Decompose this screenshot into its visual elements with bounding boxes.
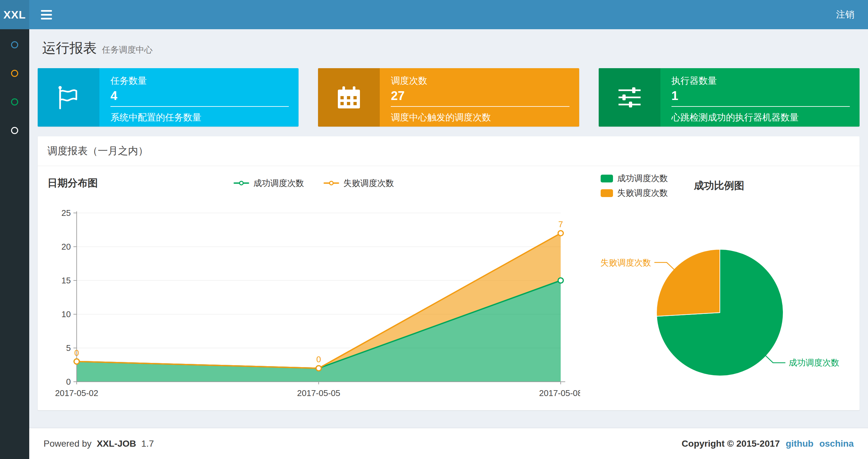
- info-box-value: 4: [111, 89, 289, 103]
- sidebar-item-1 circle-icon[interactable]: [11, 41, 18, 48]
- svg-text:5: 5: [66, 343, 71, 353]
- version-text: 1.7: [141, 438, 154, 449]
- page-header: 运行报表 任务调度中心: [38, 29, 860, 57]
- info-box-value: 1: [672, 89, 850, 103]
- line-marker-icon: [323, 183, 339, 184]
- hamburger-icon: [41, 10, 52, 12]
- legend-item-success[interactable]: 成功调度次数: [234, 177, 304, 189]
- svg-text:2017-05-05: 2017-05-05: [297, 388, 340, 398]
- github-link[interactable]: github: [786, 438, 814, 449]
- ring-icon: [329, 181, 334, 185]
- date-distribution-chart: 日期分布图 成功调度次数 失败调度次数: [48, 173, 580, 402]
- info-box-content: 调度次数 27 调度中心触发的调度次数: [380, 68, 579, 127]
- info-box-divider: [111, 106, 289, 107]
- oschina-link[interactable]: oschina: [819, 438, 854, 449]
- main-footer: Powered by XXL-JOB 1.7 Copyright © 2015-…: [29, 428, 868, 459]
- sidebar: [0, 29, 29, 459]
- svg-text:7: 7: [558, 220, 563, 229]
- info-box-row: 任务数量 4 系统中配置的任务数量 调度次数 27 调度中心触发的调度次数: [38, 68, 860, 127]
- logout-link[interactable]: 注销: [836, 8, 855, 21]
- legend-item-fail[interactable]: 失败调度次数: [601, 187, 668, 199]
- pie-chart-plot: 成功调度次数失败调度次数: [590, 201, 850, 402]
- svg-text:15: 15: [61, 275, 71, 285]
- svg-text:0: 0: [74, 348, 79, 358]
- line-chart-plot: 05101520252017-05-022017-05-052017-05-08…: [48, 194, 580, 399]
- svg-text:25: 25: [61, 208, 71, 218]
- sidebar-toggle-button[interactable]: [41, 10, 52, 20]
- powered-by-text: Powered by XXL-JOB 1.7: [43, 438, 157, 449]
- info-box-content: 执行器数量 1 心跳检测成功的执行器机器数量: [660, 68, 860, 127]
- info-box-value: 27: [391, 89, 569, 103]
- main-content: 运行报表 任务调度中心 任务数量 4 系统中配置的任务数量: [29, 29, 868, 428]
- svg-text:10: 10: [61, 309, 71, 319]
- report-panel: 调度报表（一月之内） 日期分布图 成功调度次数: [38, 136, 860, 410]
- ring-icon: [239, 181, 244, 185]
- svg-text:20: 20: [61, 242, 71, 252]
- sidebar-item-4 circle-icon[interactable]: [11, 127, 18, 134]
- info-box-divider: [391, 106, 569, 107]
- copyright-text: Copyright © 2015-2017: [682, 438, 780, 449]
- info-box-triggers: 调度次数 27 调度中心触发的调度次数: [318, 68, 579, 127]
- sidebar-item-2 circle-icon[interactable]: [11, 70, 18, 77]
- powered-by-prefix: Powered by: [43, 438, 92, 449]
- svg-text:0: 0: [66, 377, 71, 387]
- panel-body: 日期分布图 成功调度次数 失败调度次数: [38, 166, 860, 410]
- footer-right: Copyright © 2015-2017 github oschina: [682, 438, 854, 449]
- line-chart-legend: 成功调度次数 失败调度次数: [48, 177, 580, 189]
- top-navbar: XXL 注销: [0, 0, 868, 29]
- info-box-title: 任务数量: [111, 75, 289, 87]
- app-logo[interactable]: XXL: [0, 0, 29, 29]
- page: { "theme": { "content_bg": "#ecf0f5", "n…: [0, 0, 868, 459]
- flag-icon: [38, 68, 99, 127]
- calendar-icon: [318, 68, 380, 127]
- hamburger-icon: [41, 18, 52, 20]
- info-box-desc: 调度中心触发的调度次数: [391, 111, 569, 124]
- info-box-executors: 执行器数量 1 心跳检测成功的执行器机器数量: [599, 68, 860, 127]
- line-chart-head: 日期分布图 成功调度次数 失败调度次数: [48, 173, 580, 194]
- legend-label: 成功调度次数: [617, 173, 668, 184]
- info-box-title: 调度次数: [391, 75, 569, 87]
- info-box-title: 执行器数量: [672, 75, 850, 87]
- legend-label: 失败调度次数: [343, 177, 394, 189]
- line-marker-icon: [234, 183, 249, 184]
- hamburger-icon: [41, 14, 52, 15]
- info-box-content: 任务数量 4 系统中配置的任务数量: [99, 68, 299, 127]
- line-chart-svg: 05101520252017-05-022017-05-052017-05-08…: [48, 194, 580, 399]
- info-box-divider: [672, 106, 850, 107]
- product-name: XXL-JOB: [97, 438, 136, 449]
- panel-title: 调度报表（一月之内）: [38, 136, 860, 166]
- legend-label: 成功调度次数: [253, 177, 304, 189]
- info-box-jobs: 任务数量 4 系统中配置的任务数量: [38, 68, 299, 127]
- svg-text:成功调度次数: 成功调度次数: [789, 358, 839, 367]
- pie-chart-title: 成功比例图: [694, 179, 744, 193]
- legend-label: 失败调度次数: [617, 187, 668, 199]
- pie-chart-head: 成功调度次数 失败调度次数 成功比例图: [590, 173, 850, 199]
- svg-text:2017-05-02: 2017-05-02: [55, 388, 98, 398]
- svg-text:0: 0: [316, 355, 321, 364]
- sidebar-item-3 circle-icon[interactable]: [11, 98, 18, 105]
- info-box-desc: 系统中配置的任务数量: [111, 111, 289, 124]
- pie-chart-svg: 成功调度次数失败调度次数: [590, 201, 850, 402]
- info-box-desc: 心跳检测成功的执行器机器数量: [672, 111, 850, 124]
- page-title: 运行报表: [42, 39, 97, 57]
- swatch-icon: [601, 189, 613, 197]
- legend-item-success[interactable]: 成功调度次数: [601, 173, 668, 184]
- pie-chart-legend: 成功调度次数 失败调度次数: [601, 173, 668, 199]
- sliders-icon: [599, 68, 660, 127]
- page-subtitle: 任务调度中心: [102, 44, 153, 56]
- svg-text:失败调度次数: 失败调度次数: [600, 258, 651, 267]
- swatch-icon: [601, 175, 613, 183]
- svg-text:2017-05-08: 2017-05-08: [539, 388, 581, 398]
- success-ratio-chart: 成功调度次数 失败调度次数 成功比例图 成功调度次数失败调度次数: [590, 173, 850, 402]
- navbar-main: 注销: [29, 0, 868, 29]
- legend-item-fail[interactable]: 失败调度次数: [323, 177, 394, 189]
